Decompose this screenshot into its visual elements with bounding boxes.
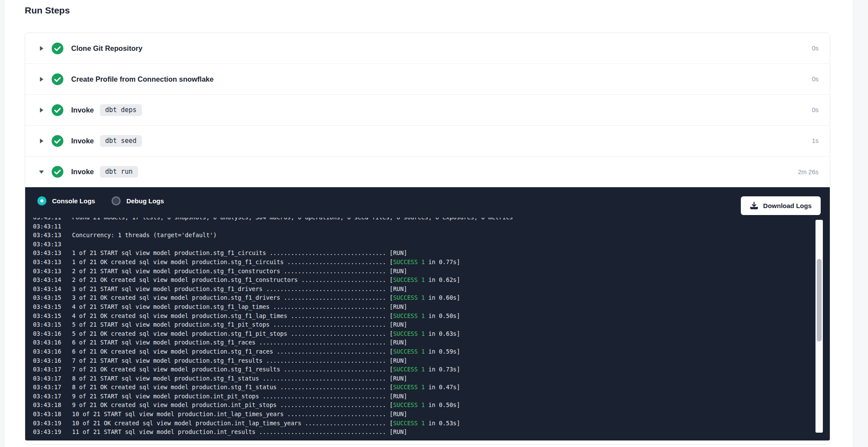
success-check-icon [52, 166, 63, 178]
step-row-clone-git-repository[interactable]: Clone Git Repository 0s [25, 33, 830, 64]
log-line: 03:43:167 of 21 START sql view model pro… [33, 356, 810, 365]
debug-logs-radio[interactable]: Debug Logs [112, 196, 164, 205]
command-chip: dbt deps [100, 104, 141, 116]
log-line: 03:43:1911 of 21 START sql view model pr… [33, 427, 810, 437]
log-line: 03:43:189 of 21 OK created sql view mode… [33, 401, 810, 410]
success-check-icon [52, 104, 63, 116]
step-duration: 2m 26s [798, 169, 819, 175]
download-logs-button[interactable]: Download Logs [741, 196, 821, 215]
log-line: 03:43:153 of 21 OK created sql view mode… [33, 293, 810, 302]
log-line: 03:43:131 of 21 START sql view model pro… [33, 248, 810, 258]
step-label: Invoke [71, 168, 94, 176]
radio-unselected-icon[interactable] [112, 196, 121, 205]
step-duration: 0s [812, 45, 819, 52]
log-line: 03:43:155 of 21 START sql view model pro… [33, 320, 810, 329]
log-line: 03:43:178 of 21 START sql view model pro… [33, 374, 810, 383]
success-check-icon [52, 43, 63, 54]
right-page-gutter [853, 0, 868, 447]
card-bottom-padding [25, 440, 830, 444]
log-line: 03:43:13 [33, 240, 810, 249]
log-line: 03:43:177 of 21 OK created sql view mode… [33, 365, 810, 374]
download-icon [750, 202, 758, 210]
log-line: 03:43:143 of 21 START sql view model pro… [33, 285, 810, 294]
step-duration: 0s [812, 76, 819, 83]
command-chip: dbt seed [100, 135, 141, 147]
success-check-icon [52, 73, 63, 85]
log-line: 03:43:1810 of 21 START sql view model pr… [33, 410, 810, 419]
download-logs-label: Download Logs [763, 202, 812, 209]
debug-logs-label[interactable]: Debug Logs [126, 197, 164, 205]
log-line: 03:43:166 of 21 OK created sql view mode… [33, 347, 810, 356]
step-label: Create Profile from Connection snowflake [71, 75, 214, 83]
log-line: 03:43:11Found 21 models, 17 tests, 0 sna… [33, 218, 810, 222]
step-duration: 0s [812, 106, 819, 113]
console-logs-label[interactable]: Console Logs [52, 197, 95, 205]
step-row-invoke-dbt-deps[interactable]: Invoke dbt deps 0s [25, 95, 830, 126]
log-line: 03:43:179 of 21 START sql view model pro… [33, 392, 810, 401]
command-chip: dbt run [100, 166, 138, 178]
left-page-gutter [0, 0, 4, 447]
step-row-invoke-dbt-run[interactable]: Invoke dbt run 2m 26s [25, 156, 830, 187]
caret-right-icon[interactable] [39, 46, 44, 51]
caret-down-icon[interactable] [39, 169, 44, 175]
radio-selected-icon[interactable] [37, 196, 46, 205]
caret-right-icon[interactable] [39, 138, 44, 144]
run-steps-page: Run Steps Clone Git Repository 0s Create… [0, 0, 868, 447]
log-line: 03:43:131 of 21 OK created sql view mode… [33, 258, 810, 267]
step-row-create-profile[interactable]: Create Profile from Connection snowflake… [25, 64, 830, 95]
log-line: 03:43:165 of 21 OK created sql view mode… [33, 329, 810, 338]
log-line: 03:43:154 of 21 OK created sql view mode… [33, 311, 810, 321]
success-check-icon [52, 135, 63, 147]
log-line: 03:43:178 of 21 OK created sql view mode… [33, 383, 810, 392]
log-line: 03:43:1910 of 21 OK created sql view mod… [33, 419, 810, 428]
log-line: 03:43:154 of 21 START sql view model pro… [33, 302, 810, 311]
step-label: Invoke [71, 106, 94, 114]
log-line: 03:43:166 of 21 START sql view model pro… [33, 338, 810, 347]
step-row-invoke-dbt-seed[interactable]: Invoke dbt seed 1s [25, 126, 830, 156]
log-scrollbar-thumb[interactable] [817, 259, 822, 341]
step-label: Invoke [71, 137, 94, 145]
step-duration: 1s [812, 137, 819, 144]
log-line: 03:43:11 [33, 222, 810, 231]
log-viewport[interactable]: 03:43:11Found 21 models, 17 tests, 0 sna… [33, 218, 810, 439]
log-scrollbar-track[interactable] [815, 220, 823, 433]
log-line: 03:43:132 of 21 START sql view model pro… [33, 267, 810, 276]
console-logs-radio[interactable]: Console Logs [37, 196, 95, 205]
log-line: 03:43:142 of 21 OK created sql view mode… [33, 275, 810, 285]
caret-right-icon[interactable] [39, 76, 44, 82]
log-console-panel: Console Logs Debug Logs Download Logs 03… [25, 187, 830, 440]
log-line: 03:43:13Concurrency: 1 threads (target='… [33, 231, 810, 240]
run-steps-card: Clone Git Repository 0s Create Profile f… [25, 33, 830, 444]
log-type-radio-group: Console Logs Debug Logs [37, 196, 164, 205]
log-lines: 03:43:11Found 21 models, 17 tests, 0 sna… [33, 218, 810, 437]
page-title: Run Steps [25, 5, 70, 16]
caret-right-icon[interactable] [39, 107, 44, 113]
step-label: Clone Git Repository [71, 44, 142, 53]
